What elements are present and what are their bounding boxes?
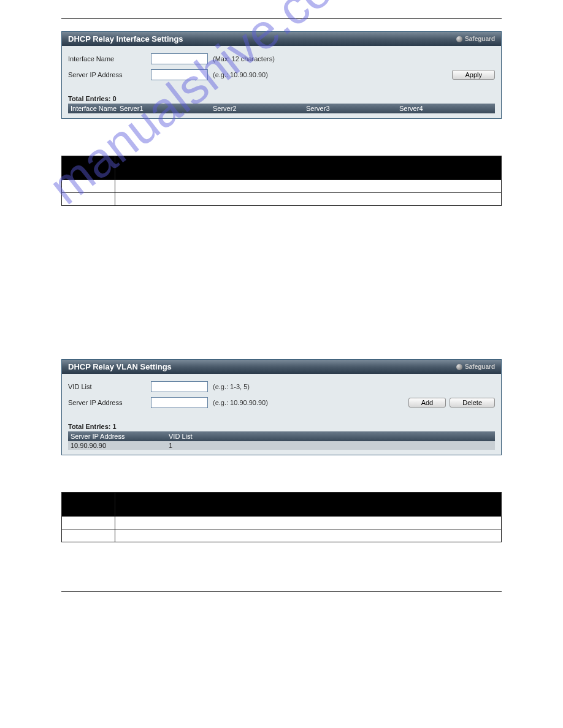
panel-body: VID List (e.g.: 1-3, 5) Server IP Addres… [62, 374, 501, 455]
param-cell [62, 180, 115, 193]
col-server3: Server3 [306, 105, 399, 112]
col-server2: Server2 [213, 105, 306, 112]
col-vid-list: VID List [169, 433, 492, 440]
table-row [62, 156, 502, 180]
server-ip-input[interactable] [151, 397, 208, 408]
interface-name-row: Interface Name (Max: 12 characters) [68, 53, 495, 64]
table-row [62, 180, 502, 193]
desc-cell [115, 193, 502, 206]
desc-header [115, 493, 502, 517]
table-row [62, 529, 502, 542]
desc-cell [115, 529, 502, 542]
table-header: Server IP Address VID List [68, 431, 495, 441]
interface-name-label: Interface Name [68, 55, 151, 63]
col-server-ip: Server IP Address [71, 433, 169, 440]
table-header: Interface Name Server1 Server2 Server3 S… [68, 104, 495, 113]
table-row: 10.90.90.90 1 [68, 441, 495, 450]
total-entries: Total Entries: 0 [68, 95, 495, 104]
server-ip-label: Server IP Address [68, 399, 151, 406]
param-cell [62, 193, 115, 206]
param-cell [62, 517, 115, 529]
param-header [62, 493, 115, 517]
server-ip-label: Server IP Address [68, 71, 151, 78]
desc-header [115, 156, 502, 180]
add-button[interactable]: Add [408, 398, 446, 408]
apply-button[interactable]: Apply [452, 70, 495, 80]
col-server4: Server4 [399, 105, 492, 112]
panel-header: DHCP Relay VLAN Settings Safeguard [62, 360, 501, 374]
parameter-table-2 [61, 492, 502, 542]
panel-header: DHCP Relay Interface Settings Safeguard [62, 32, 501, 46]
dhcp-relay-interface-panel: DHCP Relay Interface Settings Safeguard … [61, 31, 502, 119]
page-bottom-rule [61, 591, 502, 592]
desc-cell [115, 517, 502, 529]
parameter-table-1 [61, 156, 502, 206]
cell-ip: 10.90.90.90 [71, 442, 169, 449]
dhcp-relay-vlan-panel: DHCP Relay VLAN Settings Safeguard VID L… [61, 359, 502, 455]
desc-cell [115, 180, 502, 193]
cell-vid: 1 [169, 442, 492, 449]
server-ip-input[interactable] [151, 69, 208, 80]
interface-name-input[interactable] [151, 53, 208, 64]
vid-list-hint: (e.g.: 1-3, 5) [213, 383, 250, 390]
vid-list-input[interactable] [151, 381, 208, 392]
param-header [62, 156, 115, 180]
col-server1: Server1 [120, 105, 213, 112]
server-ip-hint: (e.g.: 10.90.90.90) [213, 399, 268, 406]
vid-list-row: VID List (e.g.: 1-3, 5) [68, 381, 495, 392]
server-ip-hint: (e.g.: 10.90.90.90) [213, 71, 268, 78]
safeguard-badge: Safeguard [456, 36, 495, 42]
button-group: Add Delete [408, 398, 495, 408]
delete-button[interactable]: Delete [450, 398, 495, 408]
safeguard-badge: Safeguard [456, 363, 495, 370]
server-ip-row: Server IP Address (e.g.: 10.90.90.90) Ap… [68, 69, 495, 80]
col-interface-name: Interface Name [71, 105, 120, 112]
page-top-rule [61, 18, 502, 19]
total-entries: Total Entries: 1 [68, 423, 495, 431]
table-row [62, 493, 502, 517]
panel-title: DHCP Relay VLAN Settings [68, 362, 172, 371]
panel-body: Interface Name (Max: 12 characters) Serv… [62, 46, 501, 118]
panel-title: DHCP Relay Interface Settings [68, 34, 183, 44]
vid-list-label: VID List [68, 383, 151, 390]
param-cell [62, 529, 115, 542]
server-ip-row: Server IP Address (e.g.: 10.90.90.90) Ad… [68, 397, 495, 408]
table-row [62, 517, 502, 529]
table-row [62, 193, 502, 206]
interface-name-hint: (Max: 12 characters) [213, 55, 275, 63]
